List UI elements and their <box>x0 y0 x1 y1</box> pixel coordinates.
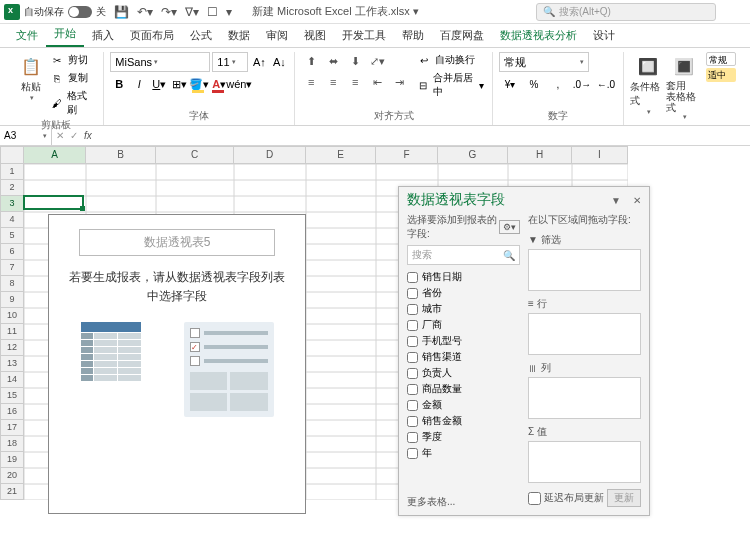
field-checkbox[interactable] <box>407 400 418 411</box>
row-header-7[interactable]: 7 <box>0 260 24 276</box>
field-checkbox[interactable] <box>407 336 418 347</box>
tab-review[interactable]: 审阅 <box>258 24 296 47</box>
format-painter-button[interactable]: 🖌格式刷 <box>48 88 97 118</box>
row-header-17[interactable]: 17 <box>0 420 24 436</box>
border-button[interactable]: ⊞▾ <box>170 75 188 93</box>
field-checkbox[interactable] <box>407 384 418 395</box>
field-checkbox[interactable] <box>407 368 418 379</box>
align-right-button[interactable]: ≡ <box>345 73 365 91</box>
pivot-field-7[interactable]: 商品数量 <box>407 381 520 397</box>
currency-button[interactable]: ¥▾ <box>499 75 521 93</box>
pivot-field-1[interactable]: 省份 <box>407 285 520 301</box>
merge-center-button[interactable]: ⊟合并后居中▾ <box>415 70 486 100</box>
pivot-field-2[interactable]: 城市 <box>407 301 520 317</box>
filter-icon[interactable]: ∇▾ <box>185 5 199 19</box>
defer-layout-checkbox[interactable]: 延迟布局更新 <box>528 491 604 505</box>
indent-dec-button[interactable]: ⇤ <box>367 73 387 91</box>
align-center-button[interactable]: ≡ <box>323 73 343 91</box>
autosave-toggle[interactable]: 自动保存 关 <box>24 5 106 19</box>
drop-area-values[interactable] <box>528 441 641 483</box>
col-header-I[interactable]: I <box>572 146 628 164</box>
row-header-2[interactable]: 2 <box>0 180 24 196</box>
col-header-E[interactable]: E <box>306 146 376 164</box>
copy-button[interactable]: ⎘复制 <box>48 70 97 86</box>
tab-layout[interactable]: 页面布局 <box>122 24 182 47</box>
field-checkbox[interactable] <box>407 416 418 427</box>
field-checkbox[interactable] <box>407 272 418 283</box>
tab-dev[interactable]: 开发工具 <box>334 24 394 47</box>
col-header-B[interactable]: B <box>86 146 156 164</box>
col-header-G[interactable]: G <box>438 146 508 164</box>
confirm-formula-icon[interactable]: ✓ <box>70 130 78 141</box>
font-color-button[interactable]: A▾ <box>210 75 228 93</box>
row-header-9[interactable]: 9 <box>0 292 24 308</box>
pivot-field-10[interactable]: 季度 <box>407 429 520 445</box>
row-header-1[interactable]: 1 <box>0 164 24 180</box>
field-pane-dropdown-icon[interactable]: ▼ <box>611 195 621 206</box>
align-top-button[interactable]: ⬆ <box>301 52 321 70</box>
underline-button[interactable]: U▾ <box>150 75 168 93</box>
col-header-D[interactable]: D <box>234 146 306 164</box>
tab-view[interactable]: 视图 <box>296 24 334 47</box>
percent-button[interactable]: % <box>523 75 545 93</box>
increase-font-button[interactable]: A↑ <box>250 53 268 71</box>
paste-button[interactable]: 📋 粘贴 ▾ <box>14 52 48 102</box>
undo-icon[interactable]: ↶▾ <box>137 5 153 19</box>
field-checkbox[interactable] <box>407 288 418 299</box>
align-bottom-button[interactable]: ⬇ <box>345 52 365 70</box>
row-header-8[interactable]: 8 <box>0 276 24 292</box>
row-header-15[interactable]: 15 <box>0 388 24 404</box>
row-header-21[interactable]: 21 <box>0 484 24 500</box>
field-search-input[interactable]: 搜索 🔍 <box>407 245 520 265</box>
decrease-font-button[interactable]: A↓ <box>270 53 288 71</box>
field-checkbox[interactable] <box>407 304 418 315</box>
row-header-12[interactable]: 12 <box>0 340 24 356</box>
field-pane-gear-icon[interactable]: ⚙▾ <box>499 220 520 234</box>
toggle-switch[interactable] <box>68 6 92 18</box>
italic-button[interactable]: I <box>130 75 148 93</box>
pivot-field-9[interactable]: 销售金额 <box>407 413 520 429</box>
redo-icon[interactable]: ↷▾ <box>161 5 177 19</box>
phonetic-button[interactable]: wén▾ <box>230 75 248 93</box>
cancel-formula-icon[interactable]: ✕ <box>56 130 64 141</box>
wrap-text-button[interactable]: ↩自动换行 <box>415 52 486 68</box>
touch-icon[interactable]: ☐ <box>207 5 218 19</box>
tab-home[interactable]: 开始 <box>46 22 84 47</box>
col-header-H[interactable]: H <box>508 146 572 164</box>
comma-button[interactable]: , <box>547 75 569 93</box>
search-box[interactable]: 🔍 搜索(Alt+Q) <box>536 3 716 21</box>
tab-insert[interactable]: 插入 <box>84 24 122 47</box>
pivot-field-4[interactable]: 手机型号 <box>407 333 520 349</box>
row-header-13[interactable]: 13 <box>0 356 24 372</box>
save-icon[interactable]: 💾 <box>114 5 129 19</box>
field-checkbox[interactable] <box>407 432 418 443</box>
col-header-F[interactable]: F <box>376 146 438 164</box>
name-box[interactable]: A3▾ <box>0 126 52 145</box>
tab-baidu[interactable]: 百度网盘 <box>432 24 492 47</box>
pivot-field-5[interactable]: 销售渠道 <box>407 349 520 365</box>
pivot-field-6[interactable]: 负责人 <box>407 365 520 381</box>
select-all-corner[interactable] <box>0 146 24 164</box>
tab-file[interactable]: 文件 <box>8 24 46 47</box>
row-header-11[interactable]: 11 <box>0 324 24 340</box>
row-header-6[interactable]: 6 <box>0 244 24 260</box>
col-header-A[interactable]: A <box>24 146 86 164</box>
fx-icon[interactable]: fx <box>84 130 92 141</box>
row-header-10[interactable]: 10 <box>0 308 24 324</box>
row-header-19[interactable]: 19 <box>0 452 24 468</box>
tab-design[interactable]: 设计 <box>585 24 623 47</box>
cell-style-normal[interactable]: 常规 <box>706 52 736 66</box>
tab-help[interactable]: 帮助 <box>394 24 432 47</box>
filename[interactable]: 新建 Microsoft Excel 工作表.xlsx ▾ <box>252 4 419 19</box>
qat-more[interactable]: ▾ <box>226 5 232 19</box>
cut-button[interactable]: ✂剪切 <box>48 52 97 68</box>
number-format-select[interactable]: 常规▾ <box>499 52 589 72</box>
decrease-decimal-button[interactable]: ←.0 <box>595 75 617 93</box>
row-header-20[interactable]: 20 <box>0 468 24 484</box>
drop-area-filter[interactable] <box>528 249 641 291</box>
row-header-3[interactable]: 3 <box>0 196 24 212</box>
font-name-select[interactable]: MiSans▾ <box>110 52 210 72</box>
col-header-C[interactable]: C <box>156 146 234 164</box>
font-size-select[interactable]: 11▾ <box>212 52 248 72</box>
row-header-18[interactable]: 18 <box>0 436 24 452</box>
